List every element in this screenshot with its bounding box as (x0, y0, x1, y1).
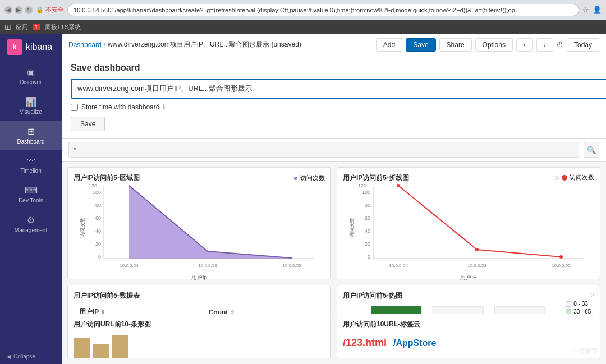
sidebar-item-devtools[interactable]: ⌨ Dev Tools (0, 179, 62, 209)
dashboard-icon: ⊞ (27, 126, 35, 137)
browser-actions: ☆ 👤 (582, 6, 602, 14)
tag-cloud-title: 用户访问前10URL-标签云 (343, 320, 594, 329)
store-time-label: Store time with dashboard (81, 103, 159, 111)
legend-swatch (566, 301, 571, 307)
heatmap-content: 访问次数 10.0.0.54 10.0.0.53 10.0.0.55 (343, 301, 594, 314)
filter-search-button[interactable]: 🔍 (584, 142, 599, 158)
save-confirm-button[interactable]: Save (71, 117, 105, 131)
svg-text:0: 0 (368, 254, 370, 260)
save-dashboard-title: Save dashboard (71, 63, 597, 73)
today-button[interactable]: Today (567, 38, 599, 52)
main-layout: k kibana ◉ Discover 📊 Visualize ⊞ Dashbo… (0, 34, 606, 364)
svg-text:10.0.0.54: 10.0.0.54 (389, 263, 408, 268)
bar-chart-panel: 用户访问URL前10-条形图 ▷ 访问次数 (67, 314, 331, 358)
heatmap-legend-item: 0 - 33 (566, 301, 594, 307)
star-icon[interactable]: ☆ (582, 6, 589, 14)
timelion-icon: 〰 (26, 156, 35, 166)
forward-button[interactable]: ▶ (15, 6, 22, 14)
legend-swatch (566, 309, 571, 314)
data-table-title: 用户IP访问前5-数据表 (74, 291, 325, 301)
legend-swatch-label: 0 - 33 (573, 301, 588, 307)
watermark: 十维教育 (573, 347, 598, 356)
heatmap-play-icon: ▷ (590, 291, 594, 298)
sort-icon-ip: ⇕ (100, 309, 105, 314)
url-bar[interactable]: 10.0.0.54:5601/app/kibana#/dashboard/cre… (67, 4, 579, 16)
breadcrumb-current: www.dirverzeng.com项目用户IP、URL...聚合图形展示 (u… (108, 40, 301, 49)
save-actions: Save (71, 117, 597, 131)
svg-text:10.0.0.53: 10.0.0.53 (467, 263, 486, 268)
save-button[interactable]: Save (406, 38, 435, 52)
line-legend-dot (562, 175, 567, 181)
bar-2 (93, 344, 109, 358)
search-icon: 🔍 (587, 146, 596, 154)
sidebar-item-dashboard[interactable]: ⊞ Dashboard (0, 121, 62, 150)
svg-rect-30 (371, 306, 421, 314)
toolbar-actions: Add Save Share Options ‹ › ⏱ Today (376, 38, 599, 52)
sidebar-collapse[interactable]: ◀ Collapse (0, 349, 62, 364)
col-header-ip[interactable]: 用户IP ⇕ (74, 304, 203, 314)
svg-text:80: 80 (95, 202, 101, 208)
line-play-icon: ▷ (555, 174, 559, 181)
svg-text:10.0.0.55: 10.0.0.55 (552, 263, 571, 268)
account-icon[interactable]: 👤 (593, 6, 602, 14)
sidebar-item-timelion[interactable]: 〰 Timelion (0, 150, 62, 179)
svg-text:80: 80 (365, 202, 370, 208)
svg-text:20: 20 (365, 241, 370, 247)
area-legend-label: 访问次数 (300, 174, 325, 182)
svg-text:40: 40 (365, 228, 370, 234)
breadcrumb: Dashboard / www.dirverzeng.com项目用户IP、URL… (68, 40, 301, 49)
sidebar-item-management[interactable]: ⚙ Management (0, 209, 62, 239)
management-icon: ⚙ (27, 215, 35, 225)
store-time-checkbox[interactable] (71, 104, 78, 111)
svg-text:40: 40 (95, 228, 101, 234)
nav-next-button[interactable]: › (536, 38, 553, 52)
svg-text:100: 100 (93, 190, 101, 195)
tag-cloud-panel: 用户访问前10URL-标签云 /123.html /AppStore 十维教育 (337, 314, 600, 358)
system-bar: ⊞ 应用 1 周接TTS系统 (0, 20, 606, 34)
back-button[interactable]: ◀ (4, 6, 12, 14)
sidebar-item-label-discover: Discover (20, 79, 42, 85)
options-button[interactable]: Options (475, 38, 513, 52)
sidebar-item-visualize[interactable]: 📊 Visualize (0, 91, 62, 121)
area-chart-container: 0 20 40 60 80 100 120 访问次数 (74, 183, 325, 282)
breadcrumb-sep: / (104, 41, 105, 49)
heatmap-legend-item: 33 - 65 (566, 308, 594, 314)
nav-prev-button[interactable]: ‹ (516, 38, 533, 52)
devtools-icon: ⌨ (25, 185, 38, 196)
sidebar-item-label-devtools: Dev Tools (19, 197, 43, 204)
browser-bar: ◀ ▶ ↻ 🔒 不安全 10.0.0.54:5601/app/kibana#/d… (0, 0, 606, 20)
svg-point-24 (397, 184, 400, 187)
save-panel: Save dashboard Store time with dashboard… (62, 56, 606, 139)
area-chart-svg: 0 20 40 60 80 100 120 访问次数 (74, 183, 325, 273)
store-time-row: Store time with dashboard ℹ (71, 103, 597, 111)
refresh-button[interactable]: ↻ (25, 6, 33, 14)
add-button[interactable]: Add (376, 38, 402, 52)
line-chart-container: 0 20 40 60 80 100 120 访问次数 (343, 183, 594, 282)
sidebar-item-label-dashboard: Dashboard (17, 139, 45, 145)
area-x-label: 用户Ip (74, 274, 325, 282)
clock-icon: ⏱ (557, 41, 563, 49)
sidebar-item-label-timelion: Timelion (20, 168, 41, 174)
sort-icon-count: ⇕ (230, 310, 235, 314)
share-button[interactable]: Share (439, 38, 472, 52)
heatmap-svg: 10.0.0.54 10.0.0.53 10.0.0.55 (355, 301, 561, 314)
data-table: 用户IP ⇕ Count ⇕ 10.0.0.5412710.0.0.531610… (74, 304, 325, 314)
svg-text:访问次数: 访问次数 (349, 218, 355, 238)
svg-text:10.0.0.53: 10.0.0.53 (198, 263, 217, 268)
app-grid-icon[interactable]: ⊞ (4, 22, 11, 31)
sidebar-item-discover[interactable]: ◉ Discover (0, 61, 62, 91)
breadcrumb-root[interactable]: Dashboard (68, 41, 102, 49)
col-header-count[interactable]: Count ⇕ (203, 304, 325, 314)
bottom-panels: 用户访问URL前10-条形图 ▷ 访问次数 用户访问前10URL-标签云 /12… (62, 314, 606, 364)
collapse-label: Collapse (13, 353, 35, 360)
dashboard-name-input[interactable] (71, 79, 606, 99)
filter-input[interactable] (68, 142, 579, 158)
sidebar-item-label-management: Management (15, 227, 47, 233)
bar-chart-preview (74, 333, 325, 358)
info-icon: ℹ (163, 103, 166, 111)
filter-bar: 🔍 (62, 139, 606, 162)
content-area: Dashboard / www.dirverzeng.com项目用户IP、URL… (62, 34, 606, 364)
tag-cloud-content: /123.html /AppStore (343, 333, 594, 349)
dashboard-grid: 用户IP访问前5-区域图 ● 访问次数 0 20 (62, 162, 606, 314)
lock-icon: 🔒 不安全 (36, 6, 64, 14)
